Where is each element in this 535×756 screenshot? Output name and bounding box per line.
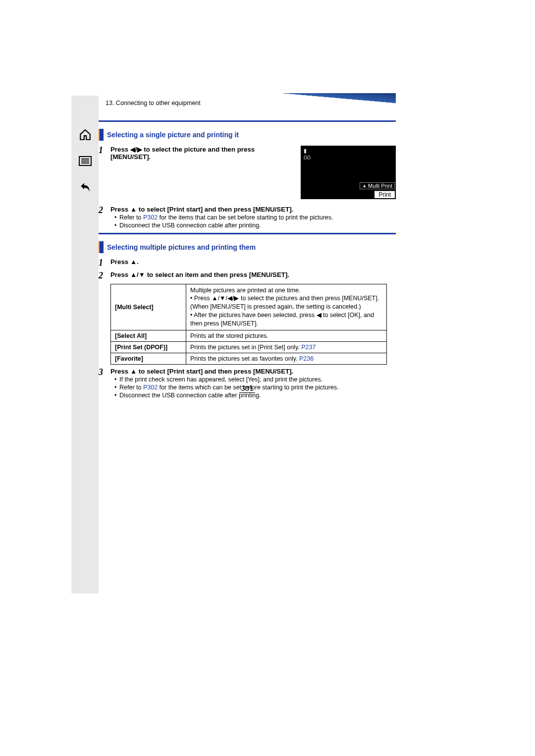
bullet-item: If the print check screen has appeared, …	[116, 376, 396, 383]
option-name: [Print Set (DPOF)]	[111, 341, 186, 353]
step-2-2: 2 Press ▲/▼ to select an item and then p…	[99, 271, 396, 281]
step-title: Press ▲/▼ to select an item and then pre…	[110, 271, 396, 278]
option-desc: Prints the pictures set as favorites onl…	[186, 353, 387, 364]
step-2-1: 1 Press ▲.	[99, 258, 396, 268]
camera-screen-preview: ▮⎙⎙ ▲ Multi Print Print	[301, 146, 396, 199]
section-title-multiple: Selecting multiple pictures and printing…	[99, 241, 396, 253]
step-title: Press ◀/▶ to select the picture and then…	[110, 146, 294, 161]
table-row: [Favorite] Prints the pictures set as fa…	[111, 353, 387, 364]
home-icon[interactable]	[78, 128, 92, 142]
bullet-item: Disconnect the USB connection cable afte…	[116, 392, 396, 399]
page-number: 301	[99, 384, 396, 393]
table-row: [Select All] Prints all the stored pictu…	[111, 330, 387, 341]
table-row: [Multi Select] Multiple pictures are pri…	[111, 284, 387, 330]
multi-print-label: Multi Print	[368, 183, 392, 189]
bullet-item: Refer to P302 for the items that can be …	[116, 214, 396, 221]
up-triangle-icon: ▲	[362, 183, 367, 188]
back-icon[interactable]	[78, 180, 92, 194]
step-1-2: 2 Press ▲ to select [Print start] and th…	[99, 206, 396, 230]
option-name: [Select All]	[111, 330, 186, 341]
option-desc: Prints the pictures set in [Print Set] o…	[186, 341, 387, 353]
chapter-title: 13. Connecting to other equipment	[106, 100, 201, 107]
preview-print-button: Print	[374, 191, 395, 198]
step-number: 1	[99, 258, 110, 268]
option-name: [Multi Select]	[111, 284, 186, 330]
option-name: [Favorite]	[111, 353, 186, 364]
preview-multi-print-button: ▲ Multi Print	[360, 182, 395, 189]
step-title: Press ▲ to select [Print start] and then…	[110, 206, 396, 213]
option-desc: Prints all the stored pictures.	[186, 330, 387, 341]
page: 13. Connecting to other equipment Select…	[0, 0, 535, 756]
option-desc: Multiple pictures are printed at one tim…	[186, 284, 387, 330]
content-area: 13. Connecting to other equipment Select…	[99, 96, 396, 403]
toc-icon[interactable]	[78, 154, 92, 168]
options-table: [Multi Select] Multiple pictures are pri…	[110, 284, 387, 365]
sidebar	[71, 96, 99, 594]
page-link-p236[interactable]: P236	[299, 355, 314, 362]
step-number: 2	[99, 271, 110, 281]
page-link-p237[interactable]: P237	[301, 344, 316, 351]
bullet-item: Disconnect the USB connection cable afte…	[116, 222, 396, 229]
rule	[99, 120, 396, 122]
page-link-p302[interactable]: P302	[143, 214, 158, 221]
section-title-single: Selecting a single picture and printing …	[99, 129, 396, 141]
print-label: Print	[378, 191, 391, 198]
header-decoration	[282, 93, 396, 103]
step-number: 3	[99, 368, 110, 378]
rule	[99, 233, 396, 234]
chapter-header: 13. Connecting to other equipment	[99, 96, 396, 110]
preview-status-icons: ▮⎙⎙	[304, 148, 311, 161]
step-title: Press ▲.	[110, 258, 396, 266]
table-row: [Print Set (DPOF)] Prints the pictures s…	[111, 341, 387, 353]
step-number: 2	[99, 206, 110, 216]
step-1-1: 1 Press ◀/▶ to select the picture and th…	[99, 146, 396, 203]
step-title: Press ▲ to select [Print start] and then…	[110, 368, 396, 375]
step-number: 1	[99, 146, 110, 156]
bullet-list: Refer to P302 for the items that can be …	[110, 214, 396, 229]
